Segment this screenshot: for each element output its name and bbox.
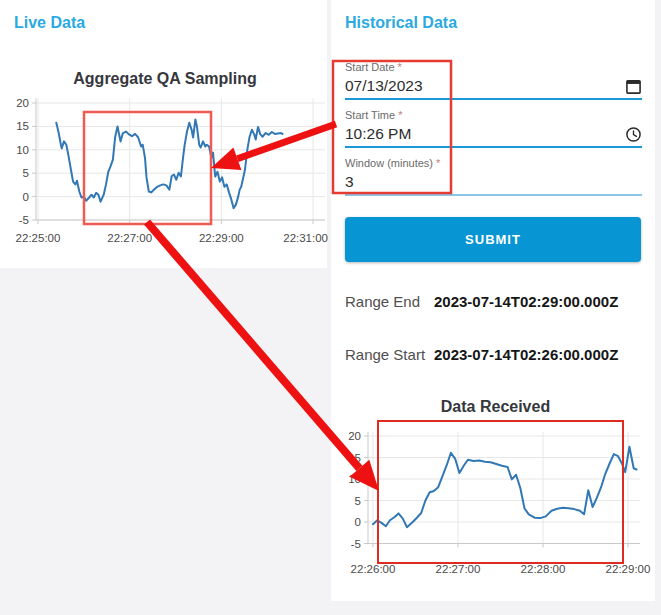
data-received-chart: 22:26:0022:27:0022:28:0022:29:00-5051015… — [330, 395, 661, 595]
page: Live Data Historical Data Aggregate QA S… — [0, 0, 661, 615]
range-start-row: Range Start 2023-07-14T02:26:00.000Z — [345, 346, 642, 363]
calendar-icon[interactable] — [624, 77, 642, 95]
start-time-label: Start Time* — [345, 108, 642, 122]
svg-text:0: 0 — [23, 191, 29, 203]
svg-text:22:27:00: 22:27:00 — [436, 563, 481, 575]
live-chart: 22:25:0022:27:0022:29:0022:31:00-5051015… — [0, 90, 330, 260]
range-end-row: Range End 2023-07-14T02:29:00.000Z — [345, 293, 642, 310]
window-minutes-field: Window (minutes)* — [345, 156, 642, 196]
svg-text:22:26:00: 22:26:00 — [351, 563, 396, 575]
svg-text:5: 5 — [355, 495, 361, 507]
svg-text:-5: -5 — [19, 214, 29, 226]
svg-text:22:29:00: 22:29:00 — [606, 563, 651, 575]
svg-text:22:25:00: 22:25:00 — [16, 232, 61, 244]
range-start-label: Range Start — [345, 346, 434, 363]
submit-button[interactable]: SUBMIT — [345, 217, 641, 262]
historical-data-header: Historical Data — [345, 14, 457, 32]
range-end-value: 2023-07-14T02:29:00.000Z — [434, 293, 618, 310]
svg-text:20: 20 — [348, 430, 361, 442]
svg-text:10: 10 — [348, 473, 361, 485]
svg-text:5: 5 — [23, 167, 29, 179]
start-time-field: Start Time* — [345, 108, 642, 148]
svg-text:22:27:00: 22:27:00 — [107, 232, 152, 244]
svg-text:20: 20 — [16, 97, 29, 109]
svg-text:22:31:00: 22:31:00 — [283, 232, 328, 244]
start-time-input[interactable] — [345, 125, 624, 143]
start-date-input[interactable] — [345, 77, 624, 95]
live-data-header: Live Data — [14, 14, 85, 32]
svg-text:15: 15 — [348, 452, 361, 464]
historical-form: Start Date* Start Time* — [345, 60, 642, 363]
live-chart-title: Aggregate QA Sampling — [0, 70, 330, 88]
svg-text:-5: -5 — [351, 538, 361, 550]
svg-text:15: 15 — [16, 120, 29, 132]
start-date-field: Start Date* — [345, 60, 642, 100]
window-minutes-input[interactable] — [345, 173, 642, 191]
start-date-label: Start Date* — [345, 60, 642, 74]
start-time-underline — [345, 146, 642, 148]
svg-text:22:28:00: 22:28:00 — [521, 563, 566, 575]
range-end-label: Range End — [345, 293, 434, 310]
svg-text:10: 10 — [16, 144, 29, 156]
clock-icon[interactable] — [624, 125, 642, 143]
svg-text:0: 0 — [355, 516, 361, 528]
start-date-underline — [345, 98, 642, 100]
window-minutes-label: Window (minutes)* — [345, 156, 642, 170]
svg-text:22:29:00: 22:29:00 — [199, 232, 244, 244]
window-minutes-underline — [345, 194, 642, 196]
range-start-value: 2023-07-14T02:26:00.000Z — [434, 346, 618, 363]
